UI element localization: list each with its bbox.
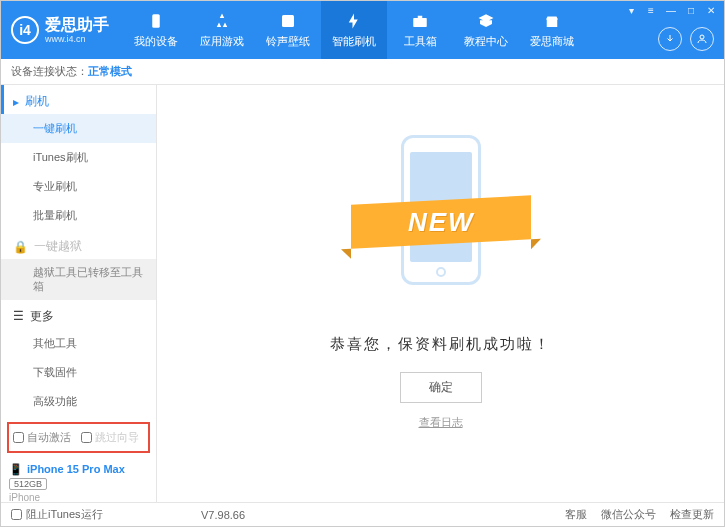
logo-area: i4 爱思助手 www.i4.cn	[1, 16, 123, 44]
lock-icon: 🔒	[13, 240, 28, 254]
nav-apps-games[interactable]: 应用游戏	[189, 1, 255, 59]
view-log-link[interactable]: 查看日志	[419, 415, 463, 430]
nav-smart-flash[interactable]: 智能刷机	[321, 1, 387, 59]
nav-toolbox[interactable]: 工具箱	[387, 1, 453, 59]
header-right-buttons	[658, 27, 714, 51]
app-name: 爱思助手	[45, 17, 109, 33]
phone-icon: 📱	[9, 463, 23, 476]
success-illustration: NEW	[361, 115, 521, 315]
nav-ringtones[interactable]: 铃声壁纸	[255, 1, 321, 59]
device-icon	[146, 11, 166, 31]
svg-rect-2	[413, 18, 427, 27]
footer-link-update[interactable]: 检查更新	[670, 507, 714, 522]
footer-link-support[interactable]: 客服	[565, 507, 587, 522]
sidebar-item-other-tools[interactable]: 其他工具	[1, 329, 156, 358]
block-itunes-checkbox[interactable]: 阻止iTunes运行	[11, 507, 103, 522]
toolbox-icon	[410, 11, 430, 31]
sidebar-item-download-firmware[interactable]: 下载固件	[1, 358, 156, 387]
svg-point-4	[700, 35, 704, 39]
sidebar: ▸ 刷机 一键刷机 iTunes刷机 专业刷机 批量刷机 🔒 一键越狱 越狱工具…	[1, 85, 157, 502]
app-url: www.i4.cn	[45, 35, 109, 44]
apps-icon	[212, 11, 232, 31]
tutorial-icon	[476, 11, 496, 31]
svg-rect-1	[282, 15, 294, 27]
status-label: 设备连接状态：	[11, 64, 88, 79]
status-mode: 正常模式	[88, 64, 132, 79]
ok-button[interactable]: 确定	[400, 372, 482, 403]
highlighted-checkbox-area: 自动激活 跳过向导	[7, 422, 150, 453]
skip-guide-checkbox[interactable]: 跳过向导	[81, 430, 139, 445]
menu-icon[interactable]: ▾	[624, 5, 638, 16]
top-nav: 我的设备 应用游戏 铃声壁纸 智能刷机 工具箱 教程中心 爱思商城	[123, 1, 585, 59]
nav-tutorials[interactable]: 教程中心	[453, 1, 519, 59]
sidebar-item-itunes-flash[interactable]: iTunes刷机	[1, 143, 156, 172]
version-label: V7.98.66	[201, 509, 245, 521]
sidebar-section-jailbreak: 🔒 一键越狱	[1, 230, 156, 259]
close-icon[interactable]: ✕	[704, 5, 718, 16]
logo-icon: i4	[11, 16, 39, 44]
svg-rect-0	[152, 14, 160, 28]
download-button[interactable]	[658, 27, 682, 51]
maximize-icon[interactable]: □	[684, 5, 698, 16]
sidebar-section-flash[interactable]: ▸ 刷机	[1, 85, 156, 114]
footer: 阻止iTunes运行 V7.98.66 客服 微信公众号 检查更新	[1, 502, 724, 526]
app-header: i4 爱思助手 www.i4.cn 我的设备 应用游戏 铃声壁纸 智能刷机 工具…	[1, 1, 724, 59]
device-info: 📱 iPhone 15 Pro Max 512GB iPhone	[1, 459, 156, 502]
settings-icon[interactable]: ≡	[644, 5, 658, 16]
status-bar: 设备连接状态： 正常模式	[1, 59, 724, 85]
sidebar-item-batch-flash[interactable]: 批量刷机	[1, 201, 156, 230]
auto-activate-checkbox[interactable]: 自动激活	[13, 430, 71, 445]
store-icon	[542, 11, 562, 31]
more-section-icon: ☰	[13, 309, 24, 323]
window-controls: ▾ ≡ — □ ✕	[624, 5, 718, 16]
sidebar-section-more[interactable]: ☰ 更多	[1, 300, 156, 329]
flash-section-icon: ▸	[13, 95, 19, 109]
main-content: NEW 恭喜您，保资料刷机成功啦！ 确定 查看日志	[157, 85, 724, 502]
ringtone-icon	[278, 11, 298, 31]
footer-link-wechat[interactable]: 微信公众号	[601, 507, 656, 522]
flash-icon	[344, 11, 364, 31]
svg-rect-3	[418, 16, 423, 18]
nav-my-device[interactable]: 我的设备	[123, 1, 189, 59]
nav-store[interactable]: 爱思商城	[519, 1, 585, 59]
success-message: 恭喜您，保资料刷机成功啦！	[330, 335, 551, 354]
storage-badge: 512GB	[9, 478, 47, 490]
device-name[interactable]: 📱 iPhone 15 Pro Max	[9, 463, 148, 476]
sidebar-item-one-key-flash[interactable]: 一键刷机	[1, 114, 156, 143]
user-button[interactable]	[690, 27, 714, 51]
minimize-icon[interactable]: —	[664, 5, 678, 16]
sidebar-item-advanced[interactable]: 高级功能	[1, 387, 156, 416]
device-type: iPhone	[9, 492, 148, 502]
new-banner: NEW	[351, 195, 531, 248]
sidebar-item-jailbreak-moved: 越狱工具已转移至工具箱	[1, 259, 156, 300]
sidebar-item-pro-flash[interactable]: 专业刷机	[1, 172, 156, 201]
